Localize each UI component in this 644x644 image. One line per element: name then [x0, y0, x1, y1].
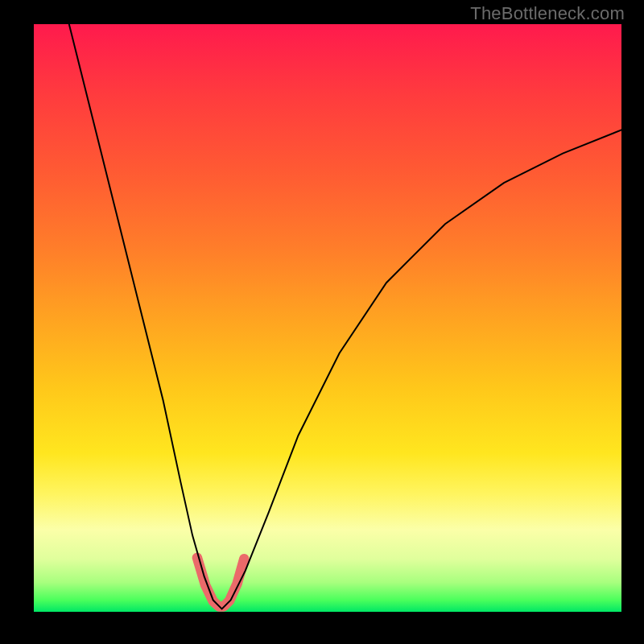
watermark-text: TheBottleneck.com [470, 3, 625, 24]
bottleneck-curve [69, 24, 621, 609]
chart-frame: TheBottleneck.com [0, 0, 644, 644]
curves-svg [34, 24, 621, 612]
plot-area [34, 24, 621, 612]
pink-highlight-curve [197, 558, 244, 607]
